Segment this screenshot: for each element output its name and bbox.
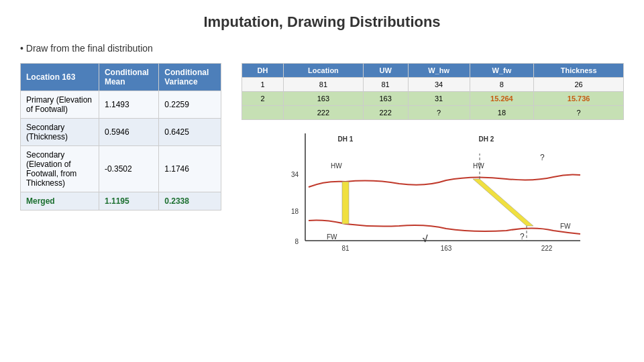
data-cell: 81 — [363, 78, 408, 92]
left-section: Location 163 Conditional Mean Conditiona… — [20, 63, 221, 210]
col1-header: Location 163 — [21, 64, 99, 91]
table-row: Secondary (Thickness)0.59460.6425 — [21, 119, 221, 146]
row-mean: 0.5946 — [99, 119, 158, 146]
svg-text:DH 2: DH 2 — [479, 135, 494, 143]
chart-svg: 8 18 34 81 163 222 DH 1 DH 2 — [241, 127, 624, 261]
right-section: DHLocationUWW_hwW_fwThickness 1818134826… — [241, 63, 624, 261]
row-variance: 0.2259 — [159, 91, 221, 119]
svg-text:?: ? — [520, 232, 525, 241]
data-cell: 163 — [284, 92, 364, 106]
svg-text:18: 18 — [291, 208, 299, 215]
svg-text:222: 222 — [541, 245, 553, 252]
row-label: Secondary (Thickness) — [21, 119, 99, 146]
svg-text:HW: HW — [473, 162, 484, 170]
svg-text:163: 163 — [441, 245, 452, 252]
data-cell: 26 — [534, 78, 624, 92]
content-row: Location 163 Conditional Mean Conditiona… — [20, 63, 624, 261]
table-row: Primary (Elevation of Footwall)1.14930.2… — [21, 91, 221, 119]
data-table-row: 222222?18? — [242, 106, 624, 120]
row-mean: 1.1493 — [99, 91, 158, 119]
row-label: Secondary (Elevation of Footwall, from T… — [21, 146, 99, 192]
table-row: Secondary (Elevation of Footwall, from T… — [21, 146, 221, 192]
data-cell: 8 — [470, 78, 534, 92]
row-label: Primary (Elevation of Footwall) — [21, 91, 99, 119]
svg-text:FW: FW — [560, 223, 571, 230]
data-col-header: W_fw — [470, 64, 534, 78]
row-mean: -0.3502 — [99, 146, 158, 192]
data-cell: 15.264 — [470, 92, 534, 106]
data-col-header: Location — [284, 64, 364, 78]
col2-header: Conditional Mean — [99, 64, 158, 91]
data-col-header: Thickness — [534, 64, 624, 78]
svg-marker-11 — [473, 179, 533, 226]
svg-text:DH 1: DH 1 — [338, 135, 354, 143]
data-col-header: UW — [363, 64, 408, 78]
chart-container: 8 18 34 81 163 222 DH 1 DH 2 — [241, 127, 624, 261]
data-cell: 18 — [470, 106, 534, 120]
row-variance: 0.6425 — [159, 119, 221, 146]
row-mean: 1.1195 — [99, 192, 158, 210]
data-table: DHLocationUWW_hwW_fwThickness 1818134826… — [241, 63, 624, 120]
data-cell: 222 — [284, 106, 364, 120]
row-variance: 1.1746 — [159, 146, 221, 192]
svg-text:34: 34 — [291, 171, 299, 178]
svg-text:HW: HW — [331, 162, 342, 170]
data-table-row: 1818134826 — [242, 78, 624, 92]
table-row: Merged1.11950.2338 — [21, 192, 221, 210]
data-cell: 34 — [408, 78, 470, 92]
svg-text:81: 81 — [341, 245, 350, 252]
data-col-header: DH — [242, 64, 284, 78]
bullet-point: • Draw from the final distribution — [20, 43, 624, 54]
data-cell: ? — [534, 106, 624, 120]
row-variance: 0.2338 — [159, 192, 221, 210]
data-col-header: W_hw — [408, 64, 470, 78]
page: Imputation, Drawing Distributions • Draw… — [0, 0, 644, 362]
data-cell: ? — [408, 106, 470, 120]
data-cell: 222 — [363, 106, 408, 120]
svg-rect-10 — [342, 182, 349, 224]
data-table-row: 21631633115.26415.736 — [242, 92, 624, 106]
data-cell: 15.736 — [534, 92, 624, 106]
data-cell — [242, 106, 284, 120]
svg-text:?: ? — [540, 153, 545, 162]
data-cell: 31 — [408, 92, 470, 106]
page-title: Imputation, Drawing Distributions — [20, 13, 624, 31]
svg-text:8: 8 — [294, 238, 299, 245]
data-cell: 163 — [363, 92, 408, 106]
data-cell: 1 — [242, 78, 284, 92]
main-table: Location 163 Conditional Mean Conditiona… — [20, 63, 221, 210]
svg-text:√: √ — [423, 233, 428, 244]
data-cell: 81 — [284, 78, 364, 92]
data-cell: 2 — [242, 92, 284, 106]
col3-header: Conditional Variance — [159, 64, 221, 91]
row-label: Merged — [21, 192, 99, 210]
svg-text:FW: FW — [327, 233, 337, 241]
